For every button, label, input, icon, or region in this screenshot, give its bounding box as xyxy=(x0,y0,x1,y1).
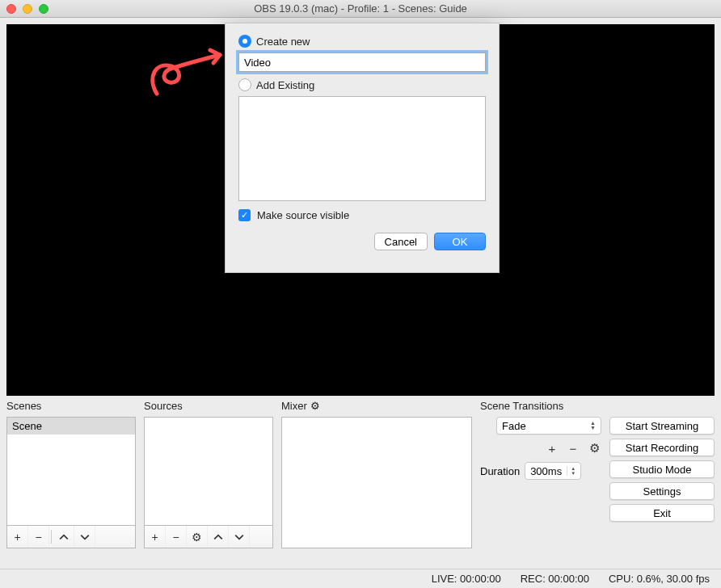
transition-properties-button[interactable]: ⚙ xyxy=(587,441,601,456)
scenes-panel: Scenes Scene + − xyxy=(6,399,136,562)
mixer-label: Mixer xyxy=(281,399,472,412)
remove-transition-button[interactable]: − xyxy=(566,442,580,456)
exit-button[interactable]: Exit xyxy=(609,504,715,522)
transitions-label: Scene Transitions xyxy=(480,399,601,412)
titlebar: OBS 19.0.3 (mac) - Profile: 1 - Scenes: … xyxy=(0,0,721,18)
add-transition-button[interactable]: + xyxy=(545,442,559,456)
mixer-box[interactable] xyxy=(281,417,472,548)
scenes-label: Scenes xyxy=(6,399,136,412)
transition-select[interactable]: Fade ▲▼ xyxy=(496,417,601,435)
studio-mode-button[interactable]: Studio Mode xyxy=(609,460,715,478)
transitions-panel: Scene Transitions Fade ▲▼ + − ⚙ Duration… xyxy=(480,399,601,562)
create-new-radio-row[interactable]: Create new xyxy=(238,35,486,48)
source-properties-button[interactable]: ⚙ xyxy=(187,526,208,548)
status-live: LIVE: 00:00:00 xyxy=(432,573,501,585)
make-visible-row[interactable]: ✓ Make source visible xyxy=(238,209,486,221)
mixer-text: Mixer xyxy=(281,400,307,412)
scene-up-button[interactable] xyxy=(53,526,74,548)
transition-selected-value: Fade xyxy=(502,420,526,432)
make-visible-label: Make source visible xyxy=(257,209,349,221)
add-existing-label: Add Existing xyxy=(256,79,314,91)
sources-label: Sources xyxy=(144,399,273,412)
source-down-button[interactable] xyxy=(229,526,250,548)
window-title: OBS 19.0.3 (mac) - Profile: 1 - Scenes: … xyxy=(0,2,721,15)
status-cpu: CPU: 0.6%, 30.00 fps xyxy=(609,573,710,585)
start-recording-button[interactable]: Start Recording xyxy=(609,439,715,456)
settings-button[interactable]: Settings xyxy=(609,482,715,500)
make-visible-checkbox[interactable]: ✓ xyxy=(238,209,251,221)
start-streaming-button[interactable]: Start Streaming xyxy=(609,417,715,435)
scenes-list[interactable]: Scene xyxy=(6,417,136,526)
create-new-label: Create new xyxy=(256,36,310,48)
sources-toolbar: + − ⚙ xyxy=(144,526,273,548)
add-scene-button[interactable]: + xyxy=(7,526,28,548)
lower-panels: Scenes Scene + − Sources + − ⚙ Mixer xyxy=(0,394,721,564)
separator xyxy=(51,530,52,543)
scene-down-button[interactable] xyxy=(74,526,95,548)
source-name-input[interactable] xyxy=(238,52,486,72)
sources-panel: Sources + − ⚙ xyxy=(144,399,273,562)
add-existing-radio[interactable] xyxy=(238,78,251,91)
dialog-buttons: Cancel OK xyxy=(238,233,486,250)
select-arrows-icon: ▲▼ xyxy=(590,421,596,430)
scenes-toolbar: + − xyxy=(6,526,136,548)
sources-list[interactable] xyxy=(144,417,273,526)
mixer-panel: Mixer xyxy=(281,399,472,562)
status-bar: LIVE: 00:00:00 REC: 00:00:00 CPU: 0.6%, … xyxy=(0,569,721,588)
status-rec: REC: 00:00:00 xyxy=(521,573,589,585)
add-source-button[interactable]: + xyxy=(145,526,166,548)
remove-scene-button[interactable]: − xyxy=(28,526,49,548)
existing-sources-list[interactable] xyxy=(238,96,486,201)
mixer-settings-icon[interactable] xyxy=(310,400,320,412)
list-item[interactable]: Scene xyxy=(7,418,135,435)
duration-label: Duration xyxy=(480,465,520,477)
duration-input[interactable]: 300ms ▲▼ xyxy=(525,462,581,480)
control-buttons: Start Streaming Start Recording Studio M… xyxy=(609,417,715,562)
cancel-button[interactable]: Cancel xyxy=(374,233,428,250)
create-new-radio[interactable] xyxy=(238,35,251,48)
remove-source-button[interactable]: − xyxy=(166,526,187,548)
add-source-dialog: Create new Add Existing ✓ Make source vi… xyxy=(225,23,500,273)
source-up-button[interactable] xyxy=(208,526,229,548)
ok-button[interactable]: OK xyxy=(434,233,486,250)
add-existing-radio-row[interactable]: Add Existing xyxy=(238,78,486,91)
duration-value: 300ms xyxy=(530,465,562,477)
stepper-arrows-icon: ▲▼ xyxy=(567,466,576,476)
